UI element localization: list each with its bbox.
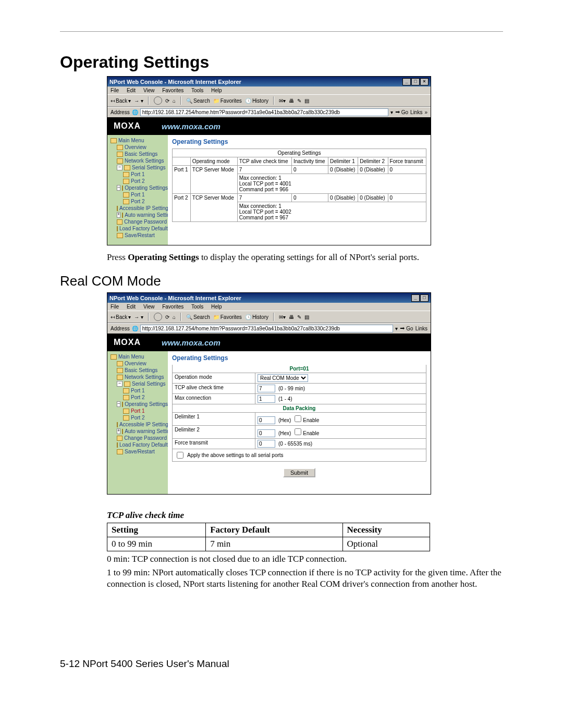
mail-icon[interactable]: ✉▾ xyxy=(279,314,286,320)
forward-button[interactable]: → ▾ xyxy=(134,314,143,320)
nav-serial-settings[interactable]: −Serial Settings xyxy=(109,380,167,387)
menu-help[interactable]: Help xyxy=(211,88,222,93)
refresh-icon[interactable]: ⟳ xyxy=(165,314,169,320)
go-button[interactable]: ⮕Go xyxy=(400,326,413,331)
nav-main-menu[interactable]: Main Menu xyxy=(109,137,167,144)
discuss-icon[interactable]: ▤ xyxy=(304,98,309,104)
address-input[interactable] xyxy=(140,325,394,332)
menu-edit[interactable]: Edit xyxy=(127,304,136,310)
nav-auto-warning[interactable]: +Auto warning Settings xyxy=(109,428,167,435)
apply-all-checkbox[interactable] xyxy=(177,452,183,459)
minimize-icon[interactable]: _ xyxy=(402,78,411,85)
maximize-icon[interactable]: □ xyxy=(411,78,420,85)
history-button[interactable]: 🕓History xyxy=(245,98,268,104)
edit-icon[interactable]: ✎ xyxy=(297,314,301,320)
back-button[interactable]: ↤ Back ▾ xyxy=(111,98,131,104)
stop-icon[interactable] xyxy=(154,96,162,105)
nav-accessible-ip[interactable]: Accessible IP Settings xyxy=(109,205,167,212)
nav-serial-port1[interactable]: Port 1 xyxy=(109,387,167,394)
close-icon[interactable]: × xyxy=(420,78,429,85)
address-dropdown-icon[interactable]: ▾ xyxy=(390,109,393,115)
collapse-icon[interactable]: − xyxy=(117,185,120,191)
print-icon[interactable]: 🖶 xyxy=(289,314,294,320)
submit-button[interactable]: Submit xyxy=(283,468,315,477)
edit-icon[interactable]: ✎ xyxy=(297,98,301,104)
go-button[interactable]: ⮕Go xyxy=(395,109,408,115)
nav-basic-settings[interactable]: Basic Settings xyxy=(109,151,167,157)
maximize-icon[interactable]: □ xyxy=(420,294,429,302)
nav-save-restart[interactable]: Save/Restart xyxy=(109,448,167,455)
nav-change-password[interactable]: Change Password xyxy=(109,435,167,441)
back-button[interactable]: ↤ Back ▾ xyxy=(111,314,131,320)
nav-serial-port1[interactable]: Port 1 xyxy=(109,171,167,178)
nav-op-port2[interactable]: Port 2 xyxy=(109,414,167,421)
opmode-select[interactable]: Real COM Mode xyxy=(258,374,308,382)
delimiter1-input[interactable] xyxy=(258,416,275,424)
nav-serial-port2[interactable]: Port 2 xyxy=(109,394,167,401)
collapse-icon[interactable]: − xyxy=(117,381,123,387)
nav-basic-settings[interactable]: Basic Settings xyxy=(109,367,167,374)
minimize-icon[interactable]: _ xyxy=(411,294,420,302)
nav-tree: Main Menu Overview Basic Settings Networ… xyxy=(107,351,168,494)
nav-op-port2[interactable]: Port 2 xyxy=(109,198,167,205)
history-button[interactable]: 🕓History xyxy=(245,314,268,320)
nav-operating-settings[interactable]: −Operating Settings xyxy=(109,401,167,408)
home-icon[interactable]: ⌂ xyxy=(173,314,176,320)
menu-tools[interactable]: Tools xyxy=(191,88,203,93)
links-label[interactable]: Links xyxy=(415,326,427,331)
menu-tools[interactable]: Tools xyxy=(191,304,203,310)
menu-file[interactable]: File xyxy=(111,88,119,93)
home-icon[interactable]: ⌂ xyxy=(173,98,176,104)
nav-serial-settings[interactable]: −Serial Settings xyxy=(109,164,167,171)
nav-load-factory[interactable]: Load Factory Default xyxy=(109,225,167,232)
force-transmit-hint: (0 - 65535 ms) xyxy=(278,441,312,447)
menu-edit[interactable]: Edit xyxy=(127,88,136,93)
delimiter2-input[interactable] xyxy=(258,429,275,437)
tcp-alive-label: TCP alive check time xyxy=(173,384,255,393)
expand-icon[interactable]: + xyxy=(117,212,120,218)
nav-op-port1-active[interactable]: Port 1 xyxy=(109,408,167,414)
nav-save-restart[interactable]: Save/Restart xyxy=(109,232,167,239)
section-heading: Real COM Mode xyxy=(60,273,503,289)
tcp-alive-input[interactable] xyxy=(258,385,275,392)
nav-operating-settings[interactable]: −Operating Settings xyxy=(109,184,167,191)
maxconn-input[interactable] xyxy=(258,395,275,403)
address-input[interactable] xyxy=(140,108,388,116)
nav-serial-port2[interactable]: Port 2 xyxy=(109,178,167,184)
defn-necessity-value: Optional xyxy=(342,537,430,551)
discuss-icon[interactable]: ▤ xyxy=(304,314,309,320)
menu-view[interactable]: View xyxy=(143,304,155,310)
menu-favorites[interactable]: Favorites xyxy=(162,88,183,93)
links-label[interactable]: Links xyxy=(410,109,422,115)
refresh-icon[interactable]: ⟳ xyxy=(165,98,169,104)
delimiter2-enable-checkbox[interactable] xyxy=(295,428,301,435)
address-dropdown-icon[interactable]: ▾ xyxy=(395,326,398,331)
favorites-button[interactable]: 📁Favorites xyxy=(213,314,242,320)
nav-overview[interactable]: Overview xyxy=(109,360,167,367)
favorites-button[interactable]: 📁Favorites xyxy=(213,98,242,104)
nav-network-settings[interactable]: Network Settings xyxy=(109,374,167,380)
mail-icon[interactable]: ✉▾ xyxy=(279,98,286,104)
menu-favorites[interactable]: Favorites xyxy=(162,304,183,310)
nav-accessible-ip[interactable]: Accessible IP Settings xyxy=(109,421,167,428)
delimiter1-enable-checkbox[interactable] xyxy=(295,415,301,422)
search-button[interactable]: 🔍Search xyxy=(186,314,210,320)
nav-load-factory[interactable]: Load Factory Default xyxy=(109,441,167,448)
nav-change-password[interactable]: Change Password xyxy=(109,218,167,225)
collapse-icon[interactable]: − xyxy=(117,165,123,170)
search-button[interactable]: 🔍Search xyxy=(186,98,210,104)
nav-network-settings[interactable]: Network Settings xyxy=(109,157,167,164)
nav-main-menu[interactable]: Main Menu xyxy=(109,353,167,360)
menu-help[interactable]: Help xyxy=(211,304,222,310)
nav-auto-warning[interactable]: +Auto warning Settings xyxy=(109,212,167,218)
stop-icon[interactable] xyxy=(154,313,162,321)
nav-op-port1[interactable]: Port 1 xyxy=(109,191,167,198)
print-icon[interactable]: 🖶 xyxy=(289,98,294,104)
menu-view[interactable]: View xyxy=(143,88,155,93)
force-transmit-input[interactable] xyxy=(258,440,275,448)
menu-file[interactable]: File xyxy=(111,304,119,310)
collapse-icon[interactable]: − xyxy=(117,401,120,407)
forward-button[interactable]: → ▾ xyxy=(134,98,143,104)
expand-icon[interactable]: + xyxy=(117,428,120,434)
nav-overview[interactable]: Overview xyxy=(109,144,167,151)
